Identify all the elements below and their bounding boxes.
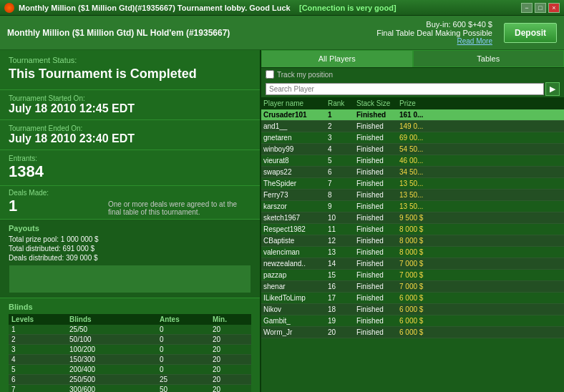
player-name: ILikedToLimp [261, 293, 326, 303]
payouts-section: Payouts Total prize pool: 1 000 000 $ To… [0, 220, 260, 298]
player-rank: 17 [326, 293, 354, 303]
deals-dist-line: Deals distributed: 309 000 $ [9, 254, 251, 262]
deposit-button[interactable]: Deposit [504, 23, 557, 43]
connection-status: [Connection is very good] [299, 4, 397, 12]
player-rank: 7 [326, 178, 354, 189]
player-row[interactable]: karszor 9 Finished 13 50... [261, 201, 564, 212]
tab-tables[interactable]: Tables [413, 50, 565, 67]
player-stack: Finished [354, 270, 397, 280]
payouts-scroll-area[interactable] [9, 265, 251, 293]
player-prize: 161 0... [397, 109, 426, 120]
read-more-link[interactable]: Read More [376, 37, 492, 45]
entrants-label: Entrants: [9, 155, 44, 162]
player-row[interactable]: pazzap 15 Finished 7 000 $ [261, 270, 564, 281]
player-prize: 149 0... [397, 121, 426, 132]
player-row[interactable]: sketch1967 10 Finished 9 500 $ [261, 212, 564, 224]
player-prize: 69 00... [397, 132, 426, 143]
player-stack: Finished [354, 121, 397, 132]
blinds-row: 125/50020 [9, 325, 251, 335]
player-name: sketch1967 [261, 212, 326, 223]
players-header: Player name Rank Stack Size Prize [261, 97, 564, 109]
started-section: Tournament Started On: July 18 2010 12:4… [0, 90, 260, 120]
maximize-button[interactable]: □ [535, 3, 546, 13]
player-name: Ferry73 [261, 190, 326, 200]
blinds-row: 3100/200020 [9, 345, 251, 355]
blinds-col-antes: Antes [157, 314, 210, 325]
blinds-table-wrap[interactable]: Levels Blinds Antes Min. 125/50020250/10… [9, 314, 251, 392]
player-row[interactable]: Respect1982 11 Finished 8 000 $ [261, 224, 564, 235]
player-row[interactable]: gnetaren 3 Finished 69 00... [261, 132, 564, 144]
player-prize: 46 00... [397, 155, 426, 166]
player-prize: 13 50... [397, 178, 426, 189]
tabs-container: All Players Tables [261, 50, 564, 68]
search-input[interactable] [266, 83, 544, 95]
search-button[interactable]: ▶ [545, 82, 560, 96]
blinds-table: Levels Blinds Antes Min. 125/50020250/10… [9, 314, 251, 392]
player-name: valenciman [261, 247, 326, 258]
ended-date: July 18 2010 23:40 EDT [9, 132, 251, 145]
player-name: CBaptiste [261, 235, 326, 246]
player-stack: Finished [354, 281, 397, 292]
title-text: Monthly Million ($1 Million Gtd)(#193566… [19, 4, 291, 12]
player-rank: 4 [326, 144, 354, 155]
player-name: pazzap [261, 270, 326, 280]
player-stack: Finished [354, 155, 397, 166]
player-rank: 6 [326, 167, 354, 177]
player-name: Gambit_ [261, 315, 326, 326]
player-name: TheSpider [261, 178, 326, 189]
entrants-value: 1384 [9, 162, 44, 181]
player-stack: Finished [354, 144, 397, 155]
blinds-row: 5200/400020 [9, 365, 251, 375]
player-prize: 6 000 $ [397, 315, 426, 326]
track-checkbox[interactable] [266, 70, 274, 79]
player-row[interactable]: CBaptiste 12 Finished 8 000 $ [261, 235, 564, 247]
buyin-info: Buy-in: 600 $+40 $ [376, 20, 492, 29]
tab-all-players[interactable]: All Players [261, 50, 413, 67]
player-row[interactable]: ILikedToLimp 17 Finished 6 000 $ [261, 293, 564, 304]
player-row[interactable]: and1__ 2 Finished 149 0... [261, 121, 564, 132]
blinds-row: 250/100020 [9, 335, 251, 345]
started-label: Tournament Started On: [9, 94, 251, 102]
player-row[interactable]: shenar 16 Finished 7 000 $ [261, 281, 564, 293]
player-rank: 3 [326, 132, 354, 143]
player-row[interactable]: Worm_Jr 20 Finished 6 000 $ [261, 327, 564, 338]
player-rank: 14 [326, 258, 354, 269]
player-rank: 19 [326, 315, 354, 326]
minimize-button[interactable]: − [521, 3, 533, 13]
player-prize: 7 000 $ [397, 281, 426, 292]
player-row[interactable]: valenciman 13 Finished 8 000 $ [261, 247, 564, 258]
blinds-row: 4150/300020 [9, 355, 251, 365]
left-panel: Tournament Status: This Tournament is Co… [0, 50, 261, 392]
player-rank: 18 [326, 304, 354, 315]
prize-pool-label: Total prize pool: [9, 235, 59, 243]
player-row[interactable]: Nikov 18 Finished 6 000 $ [261, 304, 564, 315]
close-button[interactable]: × [548, 3, 560, 13]
players-table-wrap[interactable]: Player name Rank Stack Size Prize Crusad… [261, 97, 564, 392]
player-row[interactable]: swaps22 6 Finished 34 50... [261, 167, 564, 178]
player-row[interactable]: Gambit_ 19 Finished 6 000 $ [261, 315, 564, 327]
window-title: Monthly Million ($1 Million Gtd)(#193566… [19, 4, 521, 12]
player-rank: 11 [326, 224, 354, 235]
player-rank: 2 [326, 121, 354, 132]
player-prize: 8 000 $ [397, 235, 426, 246]
player-stack: Finished [354, 327, 397, 338]
deals-note: One or more deals were agreed to at the … [108, 189, 251, 216]
player-row[interactable]: Crusader101 1 Finished 161 0... [261, 109, 564, 121]
payouts-title: Payouts [9, 224, 251, 232]
search-row: ▶ [261, 81, 564, 97]
player-row[interactable]: newzealand.. 14 Finished 7 000 $ [261, 258, 564, 270]
main-container: Monthly Million ($1 Million Gtd) NL Hold… [0, 16, 564, 392]
player-row[interactable]: winboy99 4 Finished 54 50... [261, 144, 564, 155]
player-stack: Finished [354, 293, 397, 303]
player-name: winboy99 [261, 144, 326, 155]
player-name: Respect1982 [261, 224, 326, 235]
player-row[interactable]: TheSpider 7 Finished 13 50... [261, 178, 564, 190]
distributed-label: Total distributed: [9, 245, 61, 253]
player-prize: 8 000 $ [397, 247, 426, 258]
player-rank: 8 [326, 190, 354, 200]
entrants-section: Entrants: 1384 [0, 150, 260, 186]
player-row[interactable]: Ferry73 8 Finished 13 50... [261, 190, 564, 201]
player-stack: Finished [354, 178, 397, 189]
player-row[interactable]: vieurat8 5 Finished 46 00... [261, 155, 564, 167]
blinds-section: Blinds Levels Blinds Antes Min. 125/5002… [0, 298, 260, 392]
